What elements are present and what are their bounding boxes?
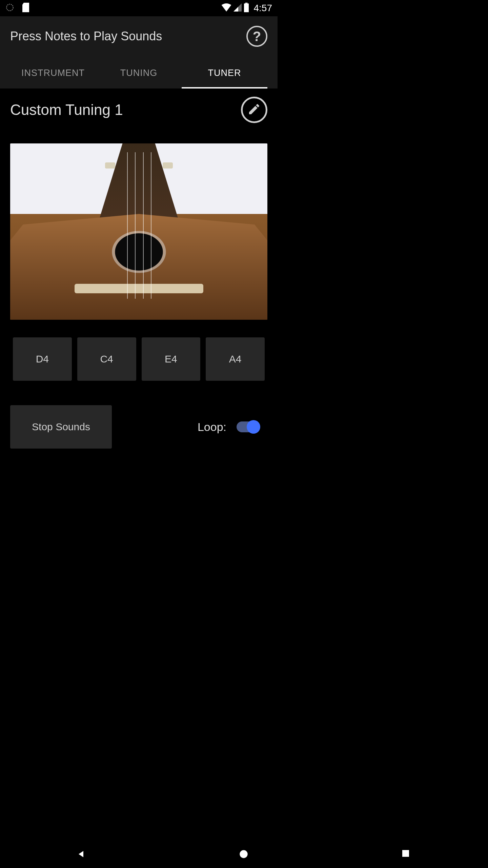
app-header: Press Notes to Play Sounds ? INSTRUMENT … — [0, 16, 278, 88]
toggle-thumb — [247, 420, 260, 434]
signal-icon — [233, 3, 242, 13]
status-time: 4:57 — [254, 3, 272, 14]
status-bar: 4:57 — [0, 0, 278, 16]
stop-sounds-button[interactable]: Stop Sounds — [10, 405, 112, 449]
battery-icon — [244, 3, 249, 14]
tab-bar: INSTRUMENT TUNING TUNER — [10, 59, 267, 88]
status-right: 4:57 — [221, 3, 272, 14]
header-top: Press Notes to Play Sounds ? — [10, 26, 267, 47]
loop-toggle[interactable] — [237, 421, 259, 432]
loop-label: Loop: — [198, 420, 226, 434]
tab-instrument[interactable]: INSTRUMENT — [10, 59, 96, 88]
tab-tuner[interactable]: TUNER — [182, 59, 267, 88]
page-title: Press Notes to Play Sounds — [10, 29, 162, 43]
tuning-name: Custom Tuning 1 — [10, 101, 123, 118]
edit-tuning-button[interactable] — [241, 97, 267, 123]
wifi-icon — [221, 3, 231, 13]
tuning-header: Custom Tuning 1 — [10, 97, 267, 123]
status-left — [5, 3, 30, 14]
spinner-icon — [5, 3, 14, 13]
help-icon: ? — [253, 29, 261, 44]
svg-rect-1 — [244, 3, 249, 12]
note-buttons-row: D4 C4 E4 A4 — [10, 337, 267, 381]
tab-tuning[interactable]: TUNING — [96, 59, 182, 88]
note-button-d4[interactable]: D4 — [13, 337, 72, 381]
instrument-image — [10, 143, 267, 320]
help-button[interactable]: ? — [246, 26, 267, 47]
pencil-icon — [247, 102, 261, 117]
svg-point-0 — [6, 4, 13, 11]
note-button-e4[interactable]: E4 — [142, 337, 201, 381]
note-button-a4[interactable]: A4 — [206, 337, 265, 381]
note-button-c4[interactable]: C4 — [77, 337, 136, 381]
sd-card-icon — [22, 3, 30, 14]
main-content: Custom Tuning 1 D4 C4 E4 A4 Stop Sounds … — [0, 88, 278, 457]
bottom-controls: Stop Sounds Loop: — [10, 405, 267, 449]
svg-rect-2 — [245, 3, 247, 3]
loop-control: Loop: — [198, 420, 259, 434]
